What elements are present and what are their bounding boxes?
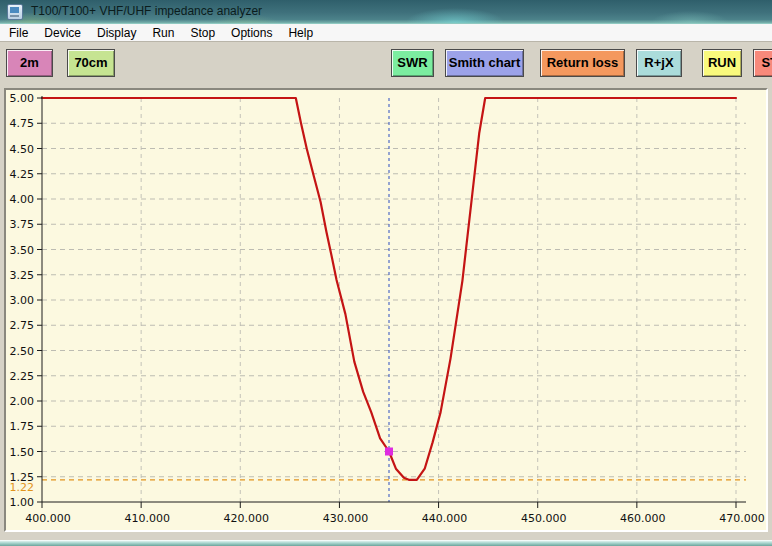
menu-display[interactable]: Display bbox=[89, 25, 144, 41]
band-2m-button[interactable]: 2m bbox=[6, 49, 53, 77]
toolbar: 2m 70cm From (kHz) To (kHz) SWR Smith ch… bbox=[0, 42, 772, 88]
y-tick-label: 1.50 bbox=[10, 446, 35, 459]
chart-panel: 1.225.004.754.504.254.003.753.503.253.00… bbox=[4, 88, 768, 532]
menu-stop[interactable]: Stop bbox=[182, 25, 223, 41]
y-tick-label: 4.50 bbox=[10, 143, 35, 156]
y-tick-label: 3.25 bbox=[10, 269, 35, 282]
y-tick-label: 2.75 bbox=[10, 319, 35, 332]
smith-chart-button[interactable]: Smith chart bbox=[445, 49, 524, 77]
x-tick-label: 450.000 bbox=[521, 512, 567, 525]
menu-file[interactable]: File bbox=[1, 25, 36, 41]
y-tick-label: 2.50 bbox=[10, 345, 35, 358]
x-tick-label: 440.000 bbox=[422, 512, 468, 525]
menu-run[interactable]: Run bbox=[144, 25, 182, 41]
y-tick-label: 4.25 bbox=[10, 168, 35, 181]
y-tick-label: 3.75 bbox=[10, 218, 35, 231]
menu-bar: File Device Display Run Stop Options Hel… bbox=[0, 24, 772, 42]
window-title: T100/T100+ VHF/UHF impedance analyzer bbox=[31, 4, 262, 18]
y-tick-label: 3.50 bbox=[10, 244, 35, 257]
menu-device[interactable]: Device bbox=[36, 25, 89, 41]
y-tick-label: 2.00 bbox=[10, 395, 35, 408]
x-tick-label: 430.000 bbox=[323, 512, 369, 525]
y-tick-label: 4.00 bbox=[10, 193, 35, 206]
x-tick-label: 460.000 bbox=[620, 512, 666, 525]
x-tick-label: 470.000 bbox=[719, 512, 765, 525]
run-button[interactable]: RUN bbox=[702, 49, 742, 77]
y-tick-label: 1.00 bbox=[10, 496, 35, 509]
r-plus-jx-button[interactable]: R+jX bbox=[636, 49, 682, 77]
swr-button[interactable]: SWR bbox=[391, 49, 434, 77]
chart-frame: 1.225.004.754.504.254.003.753.503.253.00… bbox=[0, 88, 772, 532]
stop-button[interactable]: STOP bbox=[753, 49, 772, 77]
band-70cm-button[interactable]: 70cm bbox=[67, 49, 115, 77]
x-tick-label: 400.000 bbox=[25, 512, 71, 525]
y-tick-label: 2.25 bbox=[10, 370, 35, 383]
y-tick-label: 3.00 bbox=[10, 294, 35, 307]
menu-options[interactable]: Options bbox=[223, 25, 280, 41]
y-tick-label: 1.75 bbox=[10, 420, 35, 433]
marker-point[interactable] bbox=[385, 448, 393, 456]
x-tick-label: 420.000 bbox=[224, 512, 270, 525]
y-tick-label: 1.25 bbox=[10, 471, 35, 484]
return-loss-button[interactable]: Return loss bbox=[540, 49, 625, 77]
y-tick-label: 5.00 bbox=[10, 92, 35, 105]
menu-help[interactable]: Help bbox=[280, 25, 321, 41]
y-tick-label: 4.75 bbox=[10, 117, 35, 130]
app-icon[interactable] bbox=[7, 4, 23, 20]
window-bottom-glass-frame bbox=[0, 540, 772, 546]
swr-plot[interactable]: 1.225.004.754.504.254.003.753.503.253.00… bbox=[6, 90, 766, 530]
window-bottom-inner-frame bbox=[0, 532, 772, 540]
x-tick-label: 410.000 bbox=[124, 512, 170, 525]
title-bar: T100/T100+ VHF/UHF impedance analyzer bbox=[0, 0, 772, 24]
app-window: T100/T100+ VHF/UHF impedance analyzer Fi… bbox=[0, 0, 772, 546]
